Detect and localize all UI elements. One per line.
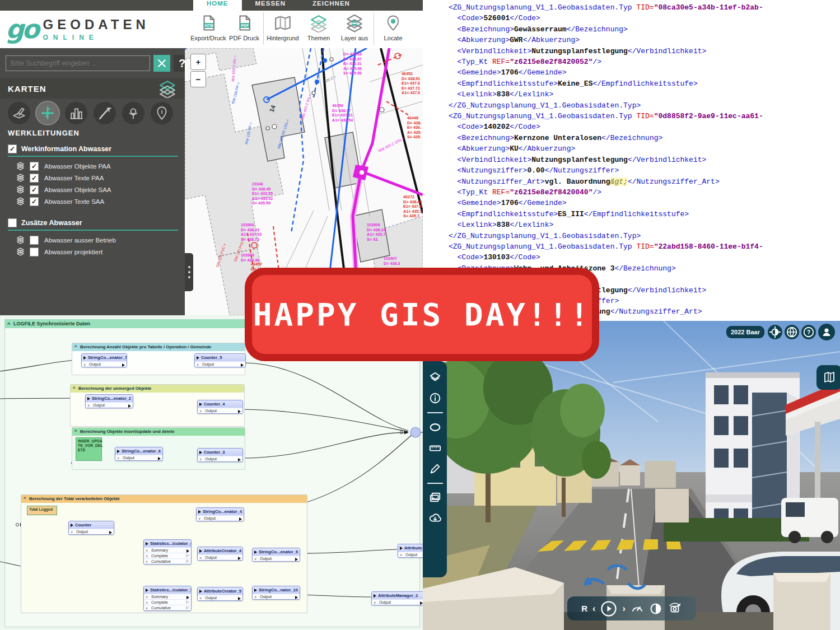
fme-annotation[interactable]: Total Logged bbox=[27, 506, 57, 515]
account-button[interactable] bbox=[818, 324, 835, 340]
fme-node-port-output[interactable]: Output bbox=[195, 361, 245, 367]
camera-rotate-button[interactable] bbox=[668, 601, 682, 616]
fme-node-port-output[interactable]: Output bbox=[198, 554, 242, 560]
reset-button[interactable]: R bbox=[581, 604, 587, 613]
theme-button-vegetation[interactable] bbox=[122, 102, 144, 124]
theme-button-street[interactable] bbox=[94, 102, 116, 124]
prev-frame-button[interactable]: ‹ bbox=[592, 604, 595, 614]
fme-node-StringCo-enator-2[interactable]: StringCo...enator_2Output bbox=[85, 394, 133, 408]
speed-gauge-button[interactable] bbox=[631, 602, 644, 615]
xml-line: <ZG_Nutzungsplanung_V1_1.Geobasisdaten.T… bbox=[449, 2, 840, 13]
fme-node-AttributeCreator-5[interactable]: AttributeCreator_5Output bbox=[197, 587, 243, 601]
layer-item[interactable]: Abwasser projektiert bbox=[16, 247, 185, 256]
theme-button-city[interactable] bbox=[65, 102, 87, 124]
capture-year-badge[interactable]: 2022 Baar bbox=[726, 326, 764, 338]
layer-section-header[interactable]: Zusätze Abwasser bbox=[8, 218, 185, 227]
toolbar-locate[interactable]: Locate bbox=[375, 12, 411, 41]
zoom-out-button[interactable]: − bbox=[190, 71, 206, 87]
fme-node-port-complete[interactable]: Complete bbox=[144, 599, 191, 605]
layer-checkbox[interactable]: ✓ bbox=[30, 197, 39, 206]
fme-node-port-summary[interactable]: Summary bbox=[144, 547, 191, 553]
next-frame-button[interactable]: › bbox=[622, 604, 625, 614]
tab-zeichnen[interactable]: ZEICHNEN bbox=[299, 0, 363, 11]
layers-white-button[interactable] bbox=[427, 369, 444, 386]
fme-node-StringCo-enator-4[interactable]: StringCo...enator_4Output bbox=[196, 507, 244, 521]
info-circle-button[interactable] bbox=[427, 390, 444, 407]
layer-item[interactable]: Abwasser ausser Betrieb bbox=[16, 235, 185, 245]
fme-node-Counter-3[interactable]: Counter_3Output bbox=[197, 448, 243, 462]
fme-node-Counter-4[interactable]: Counter_4Output bbox=[197, 400, 243, 414]
pencil-button[interactable] bbox=[427, 460, 444, 477]
fme-node-Attribute[interactable]: AttributeOutput bbox=[398, 544, 423, 558]
photos-button[interactable] bbox=[427, 489, 444, 506]
section-checkbox[interactable]: ✓ bbox=[8, 144, 17, 153]
layer-item[interactable]: ✓Abwasser Objekte PAA bbox=[16, 161, 185, 171]
karten-header[interactable]: KARTEN bbox=[0, 78, 185, 99]
search-clear-button[interactable] bbox=[153, 55, 170, 72]
streetview-panorama[interactable]: 2022 Baar R ‹ › ? bbox=[423, 321, 840, 630]
fme-node-AttributeCreator-4[interactable]: AttributeCreator_4Output bbox=[197, 547, 243, 561]
fme-node-port-output[interactable]: Output bbox=[398, 552, 423, 557]
layer-checkbox[interactable]: ✓ bbox=[30, 162, 39, 171]
fme-node-StringCo-enator-7[interactable]: StringCo...enator_7Output bbox=[81, 353, 127, 367]
layer-item[interactable]: ✓Abwasser Texte PAA bbox=[16, 173, 185, 183]
cloud-download-button[interactable] bbox=[427, 510, 444, 527]
fme-node-port-output[interactable]: Output bbox=[253, 556, 300, 561]
minimap-button[interactable] bbox=[816, 365, 840, 390]
fme-node-port-output[interactable]: Output bbox=[115, 455, 162, 460]
fme-node-port-cumulative[interactable]: Cumulative bbox=[144, 605, 191, 610]
fme-node-port-complete[interactable]: Complete bbox=[144, 553, 191, 558]
ruler-button[interactable] bbox=[427, 440, 444, 456]
layer-checkbox[interactable] bbox=[30, 248, 39, 256]
toolbar-layer-aus[interactable]: Layer aus bbox=[337, 12, 372, 41]
fme-node-port-output[interactable]: Output bbox=[86, 402, 133, 408]
fme-node-StringCo-enator-6[interactable]: StringCo...enator_6Output bbox=[115, 447, 163, 461]
layer-item[interactable]: ✓Abwasser Objekte SAA bbox=[16, 185, 185, 194]
fme-node-port-output[interactable]: Output bbox=[198, 456, 242, 461]
fme-node-AttributeManager-2[interactable]: AttributeManager_2Output bbox=[371, 591, 423, 605]
fme-node-port-cumulative[interactable]: Cumulative bbox=[144, 558, 191, 564]
fme-node-port-output[interactable]: Output bbox=[253, 594, 300, 599]
layer-checkbox[interactable]: ✓ bbox=[30, 174, 39, 183]
fme-workspace[interactable]: LOGFILE Synchronisierte Daten bbox=[0, 315, 423, 630]
oval-button[interactable] bbox=[427, 419, 444, 436]
fme-node-port-output[interactable]: Output bbox=[82, 361, 127, 367]
fme-annotation[interactable]: INSER_UPDA TE_VOR_DEL ETE bbox=[76, 437, 102, 461]
stack-icon bbox=[16, 235, 25, 245]
fme-node-port-output[interactable]: Output bbox=[198, 595, 242, 600]
fme-node-Counter-5[interactable]: Counter_5Output bbox=[194, 353, 246, 367]
play-button[interactable] bbox=[600, 600, 617, 617]
layer-checkbox[interactable]: ✓ bbox=[30, 185, 39, 194]
toolbar-themen[interactable]: Themen bbox=[301, 12, 337, 41]
fme-node-Statistics-lculator-5[interactable]: Statistics...lculator_5SummaryCompleteCu… bbox=[143, 586, 192, 611]
globe-button[interactable] bbox=[785, 325, 799, 339]
section-checkbox[interactable] bbox=[8, 218, 17, 227]
fme-node-port-output[interactable]: Output bbox=[197, 515, 244, 521]
search-input[interactable] bbox=[6, 55, 150, 71]
fme-node-port-output[interactable]: Output bbox=[69, 529, 114, 534]
toolbar-export-druck[interactable]: HTMExport/Druck bbox=[190, 12, 226, 41]
toolbar-hintergrund[interactable]: Hintergrund bbox=[265, 12, 301, 41]
fme-node-port-output[interactable]: Output bbox=[198, 408, 242, 413]
fme-junction-node[interactable] bbox=[410, 427, 421, 437]
fme-node-Counter[interactable]: CounterOutput bbox=[68, 521, 114, 535]
fme-node-port-output[interactable]: Output bbox=[372, 599, 423, 605]
brightness-button[interactable] bbox=[768, 325, 782, 339]
fme-node-StringCo-nator-10[interactable]: StringCo...nator_10Output bbox=[252, 586, 300, 600]
fme-node-StringCo-enator-9[interactable]: StringCo...enator_9Output bbox=[252, 548, 300, 562]
theme-button-sketch[interactable] bbox=[8, 102, 30, 124]
tab-home[interactable]: HOME bbox=[193, 0, 242, 11]
layer-item[interactable]: ✓Abwasser Texte SAA bbox=[16, 197, 185, 206]
fme-node-port-summary[interactable]: Summary bbox=[144, 594, 191, 599]
toolbar-pdf-druck[interactable]: PDFPDF Druck bbox=[226, 12, 262, 41]
zoom-in-button[interactable]: + bbox=[190, 54, 206, 70]
layer-section-header[interactable]: ✓Werkinformation Abwasser bbox=[8, 144, 185, 153]
contrast-button[interactable] bbox=[649, 602, 662, 615]
sidebar-collapse-handle[interactable] bbox=[185, 253, 193, 291]
layer-checkbox[interactable] bbox=[30, 236, 39, 245]
theme-button-info[interactable]: i bbox=[151, 102, 173, 124]
tab-messen[interactable]: MESSEN bbox=[242, 0, 300, 11]
theme-button-pipes[interactable] bbox=[36, 102, 59, 124]
help-button[interactable]: ? bbox=[801, 325, 816, 339]
fme-node-Statistics-lculator-4[interactable]: Statistics...lculator_4SummaryCompleteCu… bbox=[143, 539, 192, 564]
